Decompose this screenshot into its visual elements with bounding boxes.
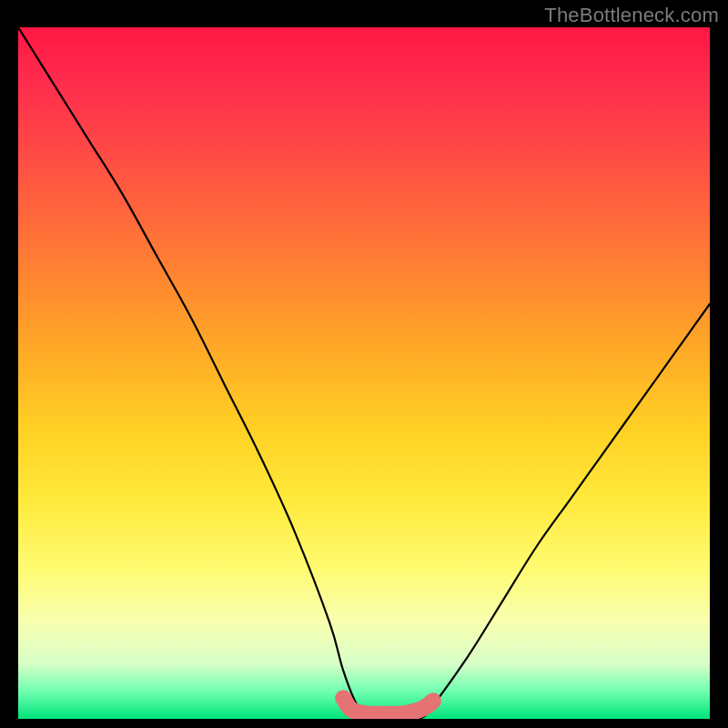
bottleneck-curve [18,27,710,719]
watermark-label: TheBottleneck.com [544,4,719,27]
chart-frame: TheBottleneck.com [0,0,728,728]
chart-svg [18,27,710,719]
plot-area [18,27,710,719]
minimum-bump [343,698,433,714]
